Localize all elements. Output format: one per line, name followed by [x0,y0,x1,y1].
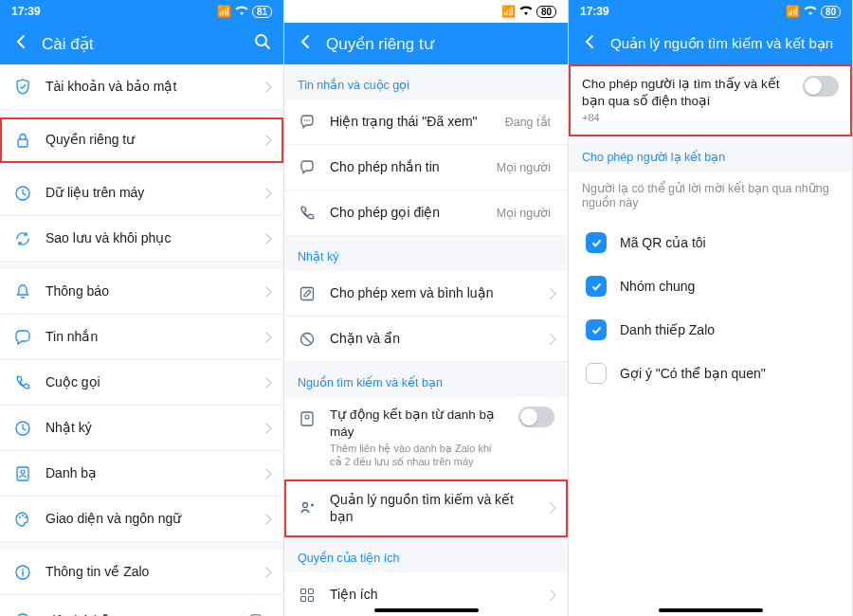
settings-row-support[interactable]: Liên hệ hỗ trợ [0,595,283,616]
row-value: Mọi người [497,206,551,220]
chat-icon [298,158,317,177]
palette-icon [13,510,32,529]
option-suggestions[interactable]: Gợi ý "Có thể bạn quen" [569,352,852,395]
section-header-messages-calls: Tin nhắn và cuộc gọi [284,64,568,100]
chevron-right-icon [545,589,555,600]
row-label: Cho phép gọi điện [330,204,483,221]
allow-find-by-phone-row[interactable]: Cho phép người lạ tìm thấy và kết bạn qu… [569,64,852,136]
row-label: Quyền riêng tư [45,131,249,148]
svg-point-18 [305,415,309,419]
row-label: Cho phép xem và bình luận [330,284,534,301]
grid-icon [298,586,317,605]
row-label: Thông tin về Zalo [45,563,249,580]
checkbox-icon [586,319,607,340]
status-bar: 17:39 📶 80 [569,0,852,23]
section-subtext: Người lạ có thể gửi lời mời kết bạn qua … [569,172,852,221]
option-namecard[interactable]: Danh thiếp Zalo [569,308,852,352]
section-header-sources: Nguồn tìm kiếm và kết bạn [284,362,568,397]
header: Quyền riêng tư [284,23,568,64]
status-right: 📶 81 [217,5,272,18]
svg-rect-21 [309,589,314,593]
settings-panel: 17:39 📶 81 Cài đặt Tài khoản và bảo mật … [0,0,284,616]
svg-point-8 [25,516,27,518]
settings-row-calls[interactable]: Cuộc gọi [0,360,283,406]
lock-icon [13,131,32,150]
bell-icon [13,282,32,301]
settings-row-timeline[interactable]: Nhật ký [0,406,283,451]
back-icon[interactable] [11,32,30,55]
section-header-timeline: Nhật ký [284,236,568,271]
svg-point-12 [304,119,306,121]
page-title: Quyền riêng tư [326,34,556,54]
toggle-find-by-phone[interactable] [803,76,839,97]
wifi-icon [235,5,248,18]
privacy-row-allow-messaging[interactable]: Cho phép nhắn tin Mọi người [284,145,568,190]
row-value: Đang tắt [505,115,551,129]
chevron-right-icon [545,288,555,299]
info-icon [13,563,32,582]
svg-rect-1 [18,139,27,147]
privacy-row-seen-status[interactable]: Hiện trạng thái "Đã xem" Đang tắt [284,100,568,145]
search-icon[interactable] [253,32,272,55]
chevron-right-icon [261,135,271,145]
chevron-right-icon [261,423,271,433]
signal-icon: 📶 [501,5,516,18]
back-icon[interactable] [580,32,599,55]
settings-row-privacy[interactable]: Quyền riêng tư [0,118,283,163]
row-label: Dữ liệu trên máy [45,184,249,201]
svg-point-6 [19,516,21,518]
row-label: Liên hệ hỗ trợ [45,612,228,616]
chat-icon [13,328,32,347]
settings-row-messages[interactable]: Tin nhắn [0,315,283,360]
privacy-row-allow-calling[interactable]: Cho phép gọi điện Mọi người [284,190,568,236]
toggle-auto-friend[interactable] [518,407,554,427]
svg-point-13 [306,119,308,121]
row-sub: +84 [582,111,789,124]
contacts-icon [13,464,32,483]
row-label: Cuộc gọi [45,373,249,390]
privacy-row-auto-friend[interactable]: Tự động kết bạn từ danh bạ máy Thêm liên… [284,397,568,480]
back-icon[interactable] [296,32,315,55]
settings-row-contacts[interactable]: Danh bạ [0,451,283,497]
row-label: Quản lý nguồn tìm kiếm và kết bạn [330,491,534,525]
section-header-utilities: Quyền của tiện ích [284,537,568,572]
row-label: Cho phép người lạ tìm thấy và kết bạn qu… [582,76,789,109]
settings-row-account[interactable]: Tài khoản và bảo mật [0,64,283,110]
option-qr[interactable]: Mã QR của tôi [569,221,852,264]
settings-row-data[interactable]: Dữ liệu trên máy [0,171,283,216]
section-header-allow-strangers: Cho phép người lạ kết bạn [569,136,852,172]
row-label: Tin nhắn [45,328,249,345]
help-icon [13,611,32,616]
row-label: Tiện ích [330,586,534,603]
option-groups[interactable]: Nhóm chung [569,264,852,308]
settings-row-notifications[interactable]: Thông báo [0,269,283,315]
checkbox-icon [586,232,607,253]
home-indicator [374,608,479,612]
svg-point-5 [21,470,25,474]
privacy-row-manage-sources[interactable]: Quản lý nguồn tìm kiếm và kết bạn [284,480,568,537]
chevron-right-icon [261,377,271,388]
settings-row-about[interactable]: Thông tin về Zalo [0,550,283,595]
header: Quản lý nguồn tìm kiếm và kết bạn [569,23,852,64]
chevron-right-icon [261,82,271,92]
row-label: Tài khoản và bảo mật [45,78,249,95]
chat-status-icon [298,113,317,132]
svg-point-19 [303,502,308,507]
settings-row-ui-language[interactable]: Giao diện và ngôn ngữ [0,497,283,542]
status-time: 17:39 [11,5,41,18]
option-label: Danh thiếp Zalo [620,321,835,338]
privacy-row-block-hide[interactable]: Chặn và ẩn [284,317,568,362]
privacy-panel: 📶 80 Quyền riêng tư Tin nhắn và cuộc gọi… [284,0,569,616]
header: Cài đặt [0,23,283,64]
chat-support-icon[interactable] [242,607,270,616]
privacy-row-view-comment[interactable]: Cho phép xem và bình luận [284,271,568,317]
settings-row-backup[interactable]: Sao lưu và khôi phục [0,216,283,262]
signal-icon: 📶 [217,5,231,18]
row-label: Danh bạ [45,464,249,481]
row-label: Hiện trạng thái "Đã xem" [330,113,492,130]
row-label: Sao lưu và khôi phục [45,229,249,246]
status-time: 17:39 [580,5,609,18]
chevron-right-icon [545,502,555,513]
shield-icon [13,78,32,97]
checkbox-icon [586,276,607,297]
